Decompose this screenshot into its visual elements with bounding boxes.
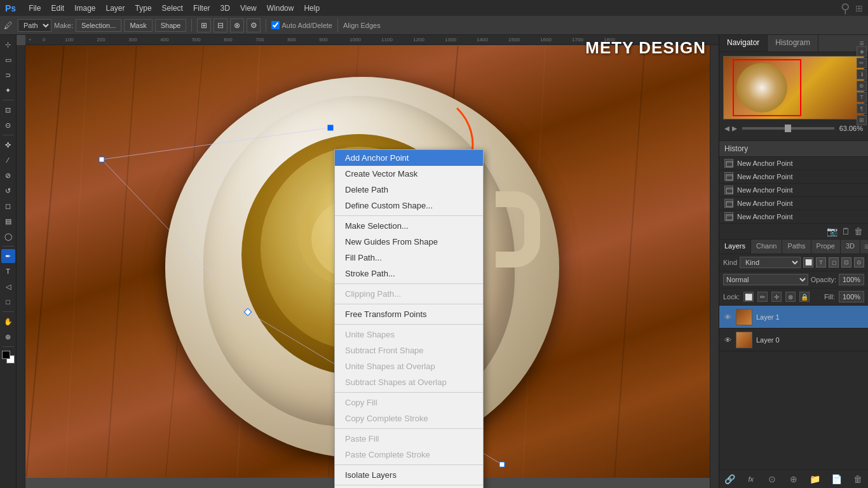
tab-properties[interactable]: Prope <box>811 240 841 254</box>
menu-type[interactable]: Type <box>130 0 157 16</box>
layer-1-visibility[interactable]: 👁 <box>723 313 732 322</box>
menu-3d[interactable]: 3D <box>215 0 235 16</box>
brush-icon[interactable]: ✏ <box>857 58 867 68</box>
ctx-free-transform[interactable]: Free Transform Points <box>335 306 483 322</box>
menu-layer[interactable]: Layer <box>101 0 130 16</box>
menu-image[interactable]: Image <box>69 0 100 16</box>
hand-tool[interactable]: ✋ <box>1 315 15 329</box>
history-delete-btn[interactable]: 🗑 <box>854 226 863 236</box>
adjustments-btn[interactable]: ⊕ <box>787 473 800 485</box>
layer-kind-select[interactable]: Kind <box>740 257 801 268</box>
ctx-new-guides[interactable]: New Guides From Shape <box>335 234 483 250</box>
fx-btn[interactable]: fx <box>745 473 757 485</box>
history-item-3[interactable]: New Anchor Point <box>719 184 868 197</box>
layers-panel-options[interactable]: ≡ <box>860 240 868 254</box>
link-layers-btn[interactable]: 🔗 <box>723 473 736 485</box>
gradient-tool[interactable]: ▤ <box>1 214 15 228</box>
search-icon[interactable]: ⚲ <box>841 1 850 16</box>
eraser-tool[interactable]: ◻ <box>1 199 15 213</box>
crop-tool[interactable]: ⊡ <box>1 103 15 117</box>
lock-all-btn[interactable]: 🔒 <box>799 292 810 302</box>
para-icon[interactable]: ¶ <box>857 104 867 114</box>
zoom-in-btn[interactable]: ▸ <box>732 122 737 134</box>
fill-input[interactable] <box>839 291 864 302</box>
shape-tool[interactable]: □ <box>1 295 15 309</box>
lock-transparent-btn[interactable]: ⬜ <box>743 292 754 302</box>
lock-image-btn[interactable]: ✏ <box>757 292 768 302</box>
menu-file[interactable]: File <box>24 0 46 16</box>
path-ops-icon1[interactable]: ⊞ <box>197 18 211 32</box>
menu-edit[interactable]: Edit <box>46 0 69 16</box>
navigator-tab[interactable]: Navigator <box>719 35 768 51</box>
menu-filter[interactable]: Filter <box>188 0 215 16</box>
grid-icon[interactable]: ⊞ <box>857 115 867 125</box>
menu-window[interactable]: Window <box>262 0 299 16</box>
layer-row-0[interactable]: 👁 Layer 0 <box>719 329 868 351</box>
mask-button[interactable]: Mask <box>124 19 152 32</box>
ctx-define-custom-shape[interactable]: Define Custom Shape... <box>335 198 483 214</box>
history-item-5[interactable]: New Anchor Point <box>719 210 868 224</box>
adjustment-icon[interactable]: ◈ <box>857 46 867 57</box>
path-ops-icon2[interactable]: ⊟ <box>214 18 227 32</box>
tab-paths[interactable]: Paths <box>782 240 811 254</box>
delete-layer-btn[interactable]: 🗑 <box>851 473 864 485</box>
stamp-tool[interactable]: ⊘ <box>1 168 15 182</box>
kind-icon-adj[interactable]: ⊙ <box>854 257 864 268</box>
workspace-icon[interactable]: ⊞ <box>855 3 863 13</box>
pen-tool[interactable]: ✒ <box>1 249 15 263</box>
lock-position-btn[interactable]: ✛ <box>771 292 782 302</box>
lock-artboard-btn[interactable]: ⊗ <box>785 292 796 302</box>
dodge-tool[interactable]: ◯ <box>1 229 15 243</box>
color-icon[interactable]: ⊛ <box>857 81 867 91</box>
type-tool[interactable]: T <box>1 264 15 278</box>
new-layer-btn[interactable]: 📄 <box>830 473 843 485</box>
zoom-out-btn[interactable]: ◂ <box>724 122 729 134</box>
history-item-2[interactable]: New Anchor Point <box>719 170 868 184</box>
kind-icon-type[interactable]: T <box>816 257 826 268</box>
path-ops-icon3[interactable]: ⊗ <box>230 18 244 32</box>
opacity-input[interactable] <box>839 274 864 285</box>
kind-icon-shape[interactable]: ◻ <box>829 257 839 268</box>
shape-button[interactable]: Shape <box>155 19 187 32</box>
menu-view[interactable]: View <box>235 0 262 16</box>
scroll-indicator[interactable] <box>710 35 719 488</box>
blend-mode-select[interactable]: Normal <box>723 274 808 285</box>
menu-help[interactable]: Help <box>299 0 325 16</box>
ctx-delete-path[interactable]: Delete Path <box>335 182 483 198</box>
ctx-isolate-layers[interactable]: Isolate Layers <box>335 467 483 483</box>
new-group-btn[interactable]: 📁 <box>809 473 822 485</box>
layer-row-1[interactable]: 👁 Layer 1 <box>719 306 868 329</box>
kind-icon-smart[interactable]: ⊡ <box>841 257 851 268</box>
history-create-btn[interactable]: 📷 <box>827 226 837 236</box>
menu-select[interactable]: Select <box>157 0 188 16</box>
brush-tool[interactable]: ∕ <box>1 153 15 167</box>
info-icon[interactable]: ℹ <box>857 69 867 79</box>
path-type-select[interactable]: Path <box>18 19 51 32</box>
ctx-add-anchor-point[interactable]: Add Anchor Point <box>335 150 483 166</box>
ctx-create-vector-mask[interactable]: Create Vector Mask <box>335 166 483 182</box>
selection-button[interactable]: Selection... <box>76 19 121 32</box>
canvas-area[interactable]: + 0 100 200 300 400 500 600 700 800 900 … <box>17 35 719 488</box>
tab-3d[interactable]: 3D <box>841 240 860 254</box>
tab-layers[interactable]: Layers <box>719 240 751 254</box>
type-icon[interactable]: T <box>857 92 867 102</box>
marquee-tool[interactable]: ▭ <box>1 53 15 67</box>
ctx-make-selection[interactable]: Make Selection... <box>335 218 483 234</box>
layer-0-visibility[interactable]: 👁 <box>723 336 732 344</box>
zoom-tool[interactable]: ⊕ <box>1 330 15 344</box>
auto-add-delete-checkbox[interactable] <box>271 21 280 29</box>
history-new-snapshot-btn[interactable]: 🗒 <box>841 226 850 236</box>
lasso-tool[interactable]: ⊃ <box>1 68 15 82</box>
ctx-stroke-path[interactable]: Stroke Path... <box>335 266 483 281</box>
path-select-tool[interactable]: ◁ <box>1 280 15 294</box>
history-item-1[interactable]: New Anchor Point <box>719 157 868 170</box>
fg-color[interactable] <box>2 351 10 359</box>
heal-tool[interactable]: ✜ <box>1 138 15 152</box>
add-mask-btn[interactable]: ⊙ <box>766 473 778 485</box>
eyedropper-tool[interactable]: ⊙ <box>1 118 15 132</box>
history-brush-tool[interactable]: ↺ <box>1 184 15 198</box>
history-item-4[interactable]: New Anchor Point <box>719 197 868 210</box>
tab-channels[interactable]: Chann <box>751 240 782 254</box>
settings-icon[interactable]: ⚙ <box>247 18 261 32</box>
kind-icon-pixel[interactable]: ⬜ <box>803 257 813 268</box>
